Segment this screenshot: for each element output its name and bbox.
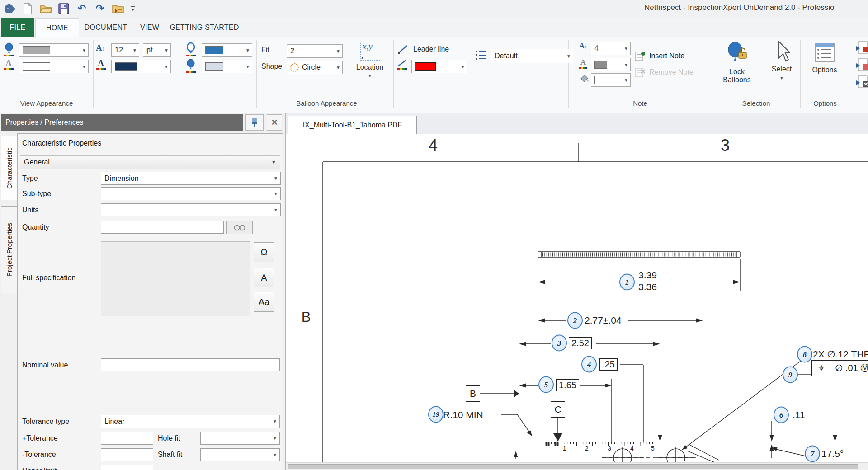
note-font-size-dropdown[interactable]: 4▼ [591,42,631,55]
redo-icon[interactable]: ↷ [93,2,107,15]
dimension-text-8: 2X ∅.12 THRU [813,349,868,360]
minus-tolerance-input[interactable] [101,448,153,461]
note-fill-color-icon [579,73,589,83]
quantity-search-button[interactable] [226,221,253,234]
plus-tolerance-input[interactable] [101,432,153,445]
dimension-text-7: 17.5° [821,448,844,459]
leader-line-button[interactable]: Leader line [397,43,449,55]
nominal-value-input[interactable] [101,358,280,371]
color-swatch [23,62,50,70]
lock-balloons-button[interactable]: Lock Balloons [715,41,759,84]
quantity-input[interactable] [101,221,224,234]
export-pdf-icon[interactable] [855,41,868,56]
window-title: NetInspect - InspectionXpert OnDemand 2.… [644,3,834,12]
horizontal-scrollbar-thumb[interactable] [288,464,858,469]
view-font-color-dropdown[interactable]: ▼ [19,60,89,73]
font-color-dropdown[interactable]: ▼ [111,60,171,73]
pin-panel-button[interactable] [245,114,264,131]
general-section-header[interactable]: General▼ [20,155,280,169]
view-balloon-color-icon [4,42,14,56]
full-specification-label: Full specification [22,274,75,282]
ruler-number: 2 [583,445,590,452]
balloon-3[interactable]: 3 [552,335,567,352]
new-document-icon[interactable] [21,2,34,15]
close-panel-button[interactable]: ✕ [267,114,282,131]
select-button[interactable]: Select ▼ [765,41,798,80]
note-fill-color-dropdown[interactable]: ▼ [591,73,631,87]
export-image-icon[interactable] [855,58,868,73]
leader-line-color-dropdown[interactable]: ▼ [411,60,467,73]
balloon-outline-color-icon [185,42,196,56]
font-color-icon: A [96,59,106,70]
balloon-19[interactable]: 19 [428,406,443,423]
balloon-8[interactable]: 8 [797,346,812,363]
units-dropdown[interactable]: ▼ [101,203,281,216]
dimension-text-2: 2.77±.04 [585,315,622,326]
tab-home[interactable]: HOME [35,18,79,38]
font-unit-dropdown[interactable]: pt▼ [143,43,171,57]
view-balloon-color-dropdown[interactable]: ▼ [19,43,89,57]
drawing-viewport[interactable]: 4 3 B 1 2 3 4 5 6 7 8 9 19 3.39 3.36 2.7… [286,134,868,462]
dimension-text-1a: 3.39 [638,270,657,281]
balloon-fill-color-dropdown[interactable]: ▼ [202,60,252,73]
balloon-outline-color-dropdown[interactable]: ▼ [202,43,252,57]
note-font-color-icon: A [579,58,587,69]
text-case-button[interactable]: Aa [254,292,274,312]
properties-panel: Properties / Preferences ✕ Characteristi… [0,113,286,470]
customize-toolbar-icon[interactable] [129,2,137,15]
undo-icon[interactable]: ↶ [75,2,89,15]
tab-view[interactable]: VIEW [134,18,165,37]
balloon-5[interactable]: 5 [538,376,554,393]
lock-balloons-label: Lock [729,68,745,76]
shaft-fit-dropdown[interactable]: ▼ [200,448,280,461]
tab-document[interactable]: DOCUMENT [80,18,131,37]
document-area: IX_Multi-Tool-B1_Tahoma.PDF [286,113,868,470]
font-size-dropdown[interactable]: 12▼ [111,43,139,57]
side-tab-project-properties[interactable]: Project Properties [1,206,17,293]
tab-file[interactable]: FILE [1,18,34,37]
zone-label-3: 3 [715,136,736,155]
tab-getting-started[interactable]: GETTING STARTED [168,18,241,37]
font-style-button[interactable]: A [254,268,274,287]
save-icon[interactable] [57,2,71,15]
balloon-1[interactable]: 1 [619,274,635,291]
color-swatch [205,46,223,54]
shape-dropdown[interactable]: Circle▼ [287,61,343,74]
color-swatch [115,62,137,70]
numbering-scheme-dropdown[interactable]: Default▼ [491,49,573,63]
upper-limit-input[interactable] [101,465,153,470]
ribbon-divider [472,40,472,108]
balloon-6[interactable]: 6 [774,407,789,423]
options-list-icon [814,42,835,62]
type-dropdown[interactable]: Dimension▼ [101,172,281,185]
xy-location-icon: x,y [360,42,380,61]
ribbon-divider [850,40,850,108]
remove-note-button[interactable]: Remove Note [635,67,693,78]
dimension-text-6: .11 [793,409,805,420]
symbol-omega-button[interactable]: Ω [254,242,274,262]
tolerance-type-dropdown[interactable]: Linear▼ [101,415,280,428]
balloon-9[interactable]: 9 [783,367,798,383]
horizontal-scrollbar[interactable] [286,462,868,470]
note-font-color-dropdown[interactable]: ▼ [591,58,631,71]
insert-note-button[interactable]: Insert Note [635,51,684,61]
ribbon-divider [93,40,94,108]
side-tab-characteristic[interactable]: Characteristic [1,136,17,200]
hole-fit-dropdown[interactable]: ▼ [200,432,280,445]
full-specification-textarea[interactable] [101,241,250,316]
balloon-4[interactable]: 4 [581,356,597,373]
open-file-icon[interactable] [39,2,52,15]
app-logo-icon[interactable] [3,2,16,15]
export-excel-icon[interactable] [855,75,868,90]
import-folder-icon[interactable] [111,2,125,15]
balloon-2[interactable]: 2 [567,312,583,329]
balloon-7[interactable]: 7 [805,446,820,462]
view-font-color-icon: A [4,59,14,70]
options-button[interactable]: Options [804,42,845,74]
fit-dropdown[interactable]: 2▼ [287,44,343,58]
document-tab[interactable]: IX_Multi-Tool-B1_Tahoma.PDF [288,116,417,134]
lock-balloons-label2: Balloons [723,76,750,84]
subtype-dropdown[interactable]: ▼ [101,187,281,200]
location-button[interactable]: x,y Location ▼ [349,42,391,78]
dimension-box-5: 1.65 [556,379,579,391]
